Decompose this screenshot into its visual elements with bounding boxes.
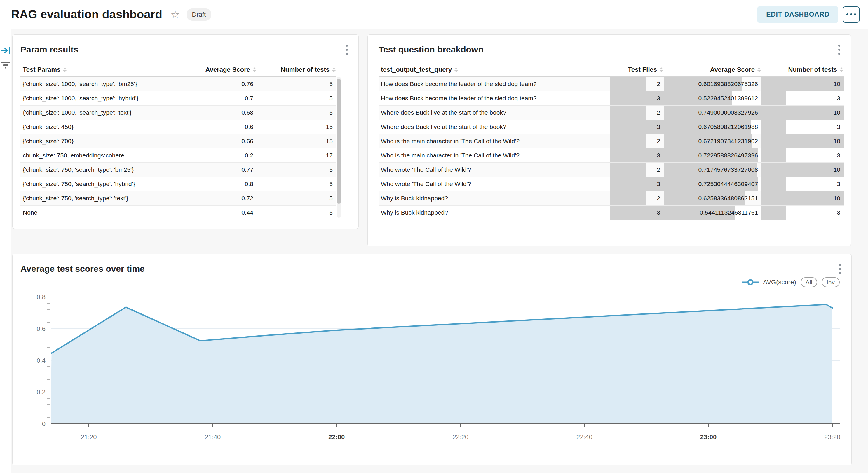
col-header-test-query[interactable]: test_output_test_query: [378, 63, 610, 77]
timeseries-area-chart[interactable]: 00.20.40.60.821:2021:4022:0022:2022:4023…: [12, 254, 852, 466]
col-header-number-of-tests[interactable]: Number of tests: [257, 63, 336, 77]
avg-score-cell: 0.5441113246811761: [664, 206, 762, 220]
avg-score-cell: 0.76: [184, 77, 257, 91]
query-cell: Who is the main character in 'The Call o…: [378, 148, 610, 163]
param-cell: {'chunk_size': 450}: [21, 120, 184, 134]
svg-text:21:20: 21:20: [81, 433, 97, 441]
avg-score-cell: 0.68: [184, 106, 257, 120]
dot-icon: [854, 13, 856, 15]
svg-text:23:20: 23:20: [824, 433, 840, 441]
kebab-menu-icon[interactable]: [836, 43, 842, 57]
svg-text:23:00: 23:00: [700, 433, 716, 441]
test-files-cell: 2: [610, 77, 664, 91]
table-row: How does Buck become the leader of the s…: [378, 91, 844, 106]
test-files-cell: 3: [610, 91, 664, 106]
query-cell: Why is Buck kidnapped?: [378, 206, 610, 220]
param-cell: {'chunk_size': 1000, 'search_type': 'bm2…: [21, 77, 184, 91]
svg-text:0.4: 0.4: [36, 357, 45, 364]
kebab-menu-icon[interactable]: [344, 43, 350, 57]
col-header-test-files[interactable]: Test Files: [610, 63, 664, 77]
test-files-cell: 2: [610, 106, 664, 120]
filter-list-icon[interactable]: [0, 60, 11, 70]
scrollbar-track[interactable]: [337, 77, 341, 217]
query-cell: Who wrote 'The Call of the Wild'?: [378, 177, 610, 191]
avg-score-cell: 0.6705898212061988: [664, 120, 762, 134]
param-cell: {'chunk_size': 1000, 'search_type': 'tex…: [21, 106, 184, 120]
num-tests-cell: 10: [762, 191, 844, 206]
sort-icon: [332, 67, 336, 72]
test-files-cell: 3: [610, 148, 664, 163]
query-cell: Why is Buck kidnapped?: [378, 191, 610, 206]
svg-text:22:00: 22:00: [328, 433, 345, 441]
param-cell: {'chunk_size': 750, 'search_type': 'text…: [21, 191, 184, 206]
query-cell: Who wrote 'The Call of the Wild'?: [378, 163, 610, 177]
scrollbar-thumb[interactable]: [337, 79, 341, 204]
table-row: Where does Buck live at the start of the…: [378, 106, 844, 120]
num-tests-cell: 5: [257, 77, 336, 91]
col-header-average-score[interactable]: Average Score: [184, 63, 257, 77]
filter-rail: [0, 29, 11, 473]
num-tests-cell: 15: [257, 134, 336, 148]
avg-score-cell: 0.7: [184, 91, 257, 106]
avg-score-cell: 0.2: [184, 148, 257, 163]
dot-icon: [850, 13, 852, 15]
num-tests-cell: 5: [257, 191, 336, 206]
status-badge: Draft: [186, 8, 212, 21]
expand-filters-icon[interactable]: [0, 45, 11, 56]
num-tests-cell: 3: [762, 91, 844, 106]
table-row: Who is the main character in 'The Call o…: [378, 148, 844, 163]
param-cell: {'chunk_size': 750, 'search_type': 'bm25…: [21, 163, 184, 177]
param-cell: {'chunk_size': 700}: [21, 134, 184, 148]
col-header-average-score[interactable]: Average Score: [664, 63, 762, 77]
num-tests-cell: 17: [257, 148, 336, 163]
num-tests-cell: 10: [762, 163, 844, 177]
table-row: {'chunk_size': 750, 'search_type': 'bm25…: [21, 163, 336, 177]
avg-score-cell: 0.6: [184, 120, 257, 134]
param-results-card: Param results Test Params Average Score …: [12, 34, 359, 229]
num-tests-cell: 5: [257, 163, 336, 177]
avg-score-cell: 0.6016938820675326: [664, 77, 762, 91]
dashboard-header: RAG evaluation dashboard ☆ Draft EDIT DA…: [0, 0, 868, 29]
sort-icon: [757, 67, 761, 72]
avg-score-cell: 0.7253044446309407: [664, 177, 762, 191]
table-row: {'chunk_size': 750, 'search_type': 'text…: [21, 191, 336, 206]
num-tests-cell: 5: [257, 177, 336, 191]
more-options-button[interactable]: [843, 6, 860, 23]
svg-text:0.8: 0.8: [36, 293, 45, 301]
edit-dashboard-button[interactable]: EDIT DASHBOARD: [757, 6, 838, 23]
table-row: {'chunk_size': 1000, 'search_type': 'hyb…: [21, 91, 336, 106]
chart-card: Average test scores over time AVG(score)…: [12, 254, 851, 465]
avg-score-cell: 0.8: [184, 177, 257, 191]
num-tests-cell: 5: [257, 206, 336, 220]
sort-icon: [455, 67, 458, 72]
avg-score-cell: 0.6258336480862151: [664, 191, 762, 206]
num-tests-cell: 10: [762, 106, 844, 120]
avg-score-cell: 0.72: [184, 191, 257, 206]
table-row: Where does Buck live at the start of the…: [378, 120, 844, 134]
table-row: {'chunk_size': 700}0.6615: [21, 134, 336, 148]
avg-score-cell: 0.7229588826497396: [664, 148, 762, 163]
svg-text:22:40: 22:40: [577, 433, 592, 441]
num-tests-cell: 5: [257, 91, 336, 106]
table-header-row: Test Params Average Score Number of test…: [21, 63, 336, 77]
table-row: Who wrote 'The Call of the Wild'?30.7253…: [378, 177, 844, 191]
table-row: Why is Buck kidnapped?30.544111324681176…: [378, 206, 844, 220]
favorite-star-icon[interactable]: ☆: [170, 9, 180, 20]
query-cell: Where does Buck live at the start of the…: [378, 106, 610, 120]
sort-icon: [63, 67, 66, 72]
sort-icon: [840, 67, 843, 72]
question-breakdown-card: Test question breakdown test_output_test…: [368, 34, 851, 246]
num-tests-cell: 10: [762, 134, 844, 148]
table-row: Who is the main character in 'The Call o…: [378, 134, 844, 148]
col-header-test-params[interactable]: Test Params: [21, 63, 184, 77]
table-row: None0.445: [21, 206, 336, 220]
question-breakdown-table: test_output_test_query Test Files Averag…: [378, 63, 844, 220]
col-header-number-of-tests[interactable]: Number of tests: [762, 63, 844, 77]
num-tests-cell: 15: [257, 120, 336, 134]
sort-icon: [660, 67, 663, 72]
svg-text:0.2: 0.2: [36, 388, 45, 396]
param-results-table: Test Params Average Score Number of test…: [21, 63, 336, 220]
card-title: Test question breakdown: [378, 45, 484, 55]
test-files-cell: 3: [610, 177, 664, 191]
table-row: {'chunk_size': 1000, 'search_type': 'bm2…: [21, 77, 336, 91]
